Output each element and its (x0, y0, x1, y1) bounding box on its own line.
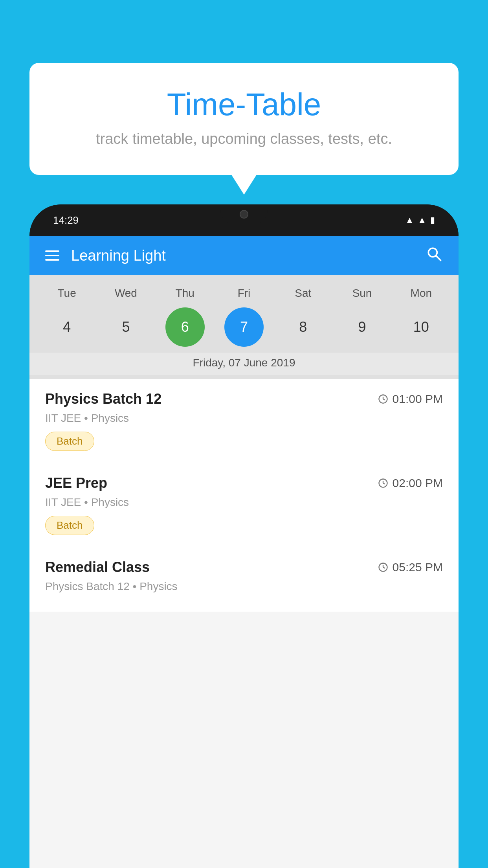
schedule-list: Physics Batch 12 01:00 PM IIT JEE • Phys… (29, 379, 459, 612)
camera (240, 210, 248, 219)
date-item[interactable]: 7 (224, 307, 264, 347)
date-item[interactable]: 9 (343, 307, 382, 347)
day-label: Fri (224, 287, 264, 300)
day-label: Tue (47, 287, 86, 300)
app-title: Learning Light (71, 247, 166, 264)
date-item[interactable]: 10 (402, 307, 441, 347)
calendar-header: TueWedThuFriSatSunMon 45678910 Friday, 0… (29, 275, 459, 379)
day-label: Thu (165, 287, 205, 300)
bubble-subtitle: track timetable, upcoming classes, tests… (49, 131, 439, 147)
svg-line-10 (383, 567, 385, 568)
day-label: Sat (283, 287, 323, 300)
status-icons: ▲ ▲ ▮ (405, 215, 435, 225)
phone-container: 14:29 ▲ ▲ ▮ Learning Light (29, 204, 459, 868)
date-item[interactable]: 5 (106, 307, 145, 347)
class-meta: Physics Batch 12 • Physics (45, 580, 443, 593)
class-time: 01:00 PM (378, 392, 443, 406)
schedule-item-header: JEE Prep 02:00 PM (45, 475, 443, 491)
search-button[interactable] (426, 245, 443, 266)
hamburger-line (45, 250, 59, 252)
schedule-item-header: Remedial Class 05:25 PM (45, 559, 443, 576)
svg-line-1 (436, 256, 441, 260)
schedule-item[interactable]: JEE Prep 02:00 PM IIT JEE • Physics Batc… (29, 463, 459, 547)
class-time: 05:25 PM (378, 561, 443, 574)
day-label: Wed (106, 287, 145, 300)
notch (220, 204, 268, 224)
date-item[interactable]: 8 (283, 307, 323, 347)
signal-icon: ▲ (418, 215, 426, 225)
class-meta: IIT JEE • Physics (45, 496, 443, 509)
class-name: Physics Batch 12 (45, 391, 161, 407)
hamburger-line (45, 259, 59, 261)
schedule-item[interactable]: Physics Batch 12 01:00 PM IIT JEE • Phys… (29, 379, 459, 463)
selected-date-label: Friday, 07 June 2019 (29, 353, 459, 375)
schedule-item-header: Physics Batch 12 01:00 PM (45, 391, 443, 407)
class-time: 02:00 PM (378, 476, 443, 490)
bubble-title: Time-Table (49, 86, 439, 123)
date-item[interactable]: 4 (47, 307, 86, 347)
svg-line-7 (383, 483, 385, 484)
days-row: TueWedThuFriSatSunMon (29, 283, 459, 303)
toolbar-left: Learning Light (45, 247, 166, 264)
app-toolbar: Learning Light (29, 236, 459, 275)
day-label: Mon (402, 287, 441, 300)
wifi-icon: ▲ (405, 215, 414, 225)
menu-button[interactable] (45, 250, 59, 261)
phone-frame: 14:29 ▲ ▲ ▮ Learning Light (29, 204, 459, 868)
status-time: 14:29 (53, 214, 79, 226)
batch-badge: Batch (45, 516, 94, 535)
date-item[interactable]: 6 (165, 307, 205, 347)
speech-bubble: Time-Table track timetable, upcoming cla… (29, 63, 459, 175)
class-name: JEE Prep (45, 475, 107, 491)
hamburger-line (45, 255, 59, 256)
svg-line-4 (383, 399, 385, 400)
batch-badge: Batch (45, 432, 94, 451)
class-meta: IIT JEE • Physics (45, 412, 443, 425)
status-bar: 14:29 ▲ ▲ ▮ (29, 204, 459, 236)
dates-row: 45678910 (29, 303, 459, 353)
day-label: Sun (343, 287, 382, 300)
battery-icon: ▮ (430, 215, 435, 225)
app-screen: Learning Light TueWedThuFriSatSunMon 456… (29, 236, 459, 868)
schedule-item[interactable]: Remedial Class 05:25 PM Physics Batch 12… (29, 547, 459, 612)
class-name: Remedial Class (45, 559, 150, 576)
